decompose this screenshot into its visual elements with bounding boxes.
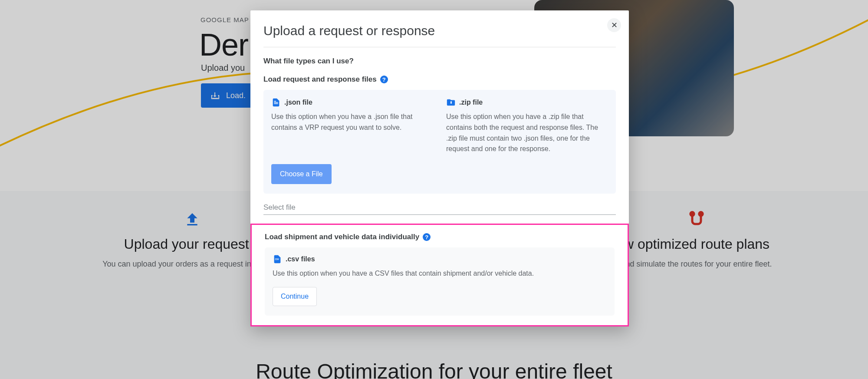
- choose-file-button[interactable]: Choose a File: [271, 164, 332, 184]
- csv-option-desc: Use this option when you have a CSV file…: [273, 268, 607, 279]
- file-types-question: What file types can I use?: [263, 57, 616, 66]
- json-option: .json file Use this option when you have…: [271, 98, 433, 155]
- select-file-input[interactable]: Select file: [263, 203, 616, 215]
- help-icon[interactable]: ?: [423, 233, 431, 241]
- zip-option-title: .zip file: [459, 99, 483, 106]
- svg-text:CSV: CSV: [275, 258, 279, 260]
- file-types-panel: .json file Use this option when you have…: [263, 90, 616, 194]
- zip-option: .zip file Use this option when you have …: [446, 98, 608, 155]
- json-option-desc: Use this option when you have a .json fi…: [271, 112, 433, 133]
- load-files-label: Load request and response files ?: [263, 75, 616, 84]
- csv-file-icon: CSV: [273, 254, 282, 264]
- divider: [263, 47, 616, 47]
- zip-option-desc: Use this option when you have a .zip fil…: [446, 112, 608, 155]
- dialog-title: Upload a request or response: [263, 23, 616, 38]
- continue-button[interactable]: Continue: [273, 287, 317, 306]
- load-files-label-text: Load request and response files: [263, 75, 377, 84]
- load-individually-label-text: Load shipment and vehicle data individua…: [265, 233, 419, 241]
- help-icon[interactable]: ?: [380, 76, 388, 83]
- close-button[interactable]: ✕: [607, 18, 621, 32]
- upload-dialog: ✕ Upload a request or response What file…: [250, 10, 629, 326]
- csv-section-highlight: Load shipment and vehicle data individua…: [250, 224, 629, 326]
- csv-option-title: .csv files: [286, 255, 315, 263]
- svg-rect-2: [450, 101, 452, 104]
- json-option-title: .json file: [284, 99, 312, 106]
- load-individually-label: Load shipment and vehicle data individua…: [265, 233, 615, 241]
- zip-folder-icon: [446, 98, 456, 107]
- close-icon: ✕: [611, 20, 618, 30]
- json-file-icon: [271, 98, 281, 107]
- csv-panel: CSV .csv files Use this option when you …: [265, 247, 615, 316]
